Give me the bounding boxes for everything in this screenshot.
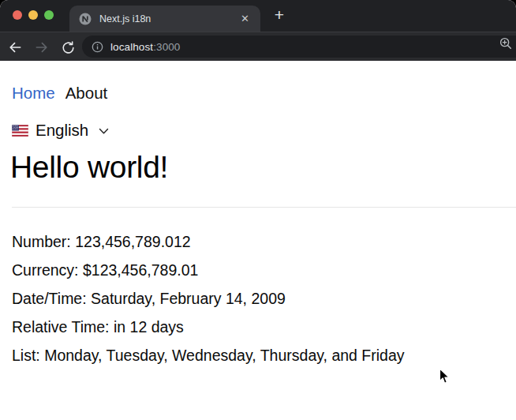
- language-selector[interactable]: English: [12, 121, 109, 140]
- tab-close-icon[interactable]: ✕: [239, 12, 251, 25]
- minimize-window-button[interactable]: [28, 10, 38, 20]
- browser-tab[interactable]: Next.js i18n ✕: [69, 6, 260, 32]
- tab-title: Next.js i18n: [99, 13, 239, 24]
- close-window-button[interactable]: [13, 10, 22, 20]
- browser-toolbar: localhost:3000: [0, 32, 516, 61]
- new-tab-button[interactable]: +: [269, 5, 290, 25]
- number-line: Number: 123,456,789.012: [12, 227, 504, 256]
- browser-window: Next.js i18n ✕ +: [0, 0, 516, 420]
- address-bar[interactable]: localhost:3000: [82, 36, 516, 58]
- nextjs-logo-icon: [79, 13, 92, 25]
- language-label: English: [36, 121, 88, 140]
- mouse-cursor: [439, 368, 451, 388]
- list-line: List: Monday, Tuesday, Wednesday, Thursd…: [12, 341, 504, 369]
- back-arrow-icon: [7, 39, 23, 55]
- reload-button[interactable]: [58, 38, 77, 57]
- page-title: Hello world!: [10, 150, 504, 185]
- formatted-values: Number: 123,456,789.012 Currency: $123,4…: [12, 227, 504, 369]
- url-port: :3000: [153, 41, 180, 53]
- us-flag-icon: [12, 125, 28, 137]
- zoom-magnifier-plus-icon: [499, 36, 513, 51]
- datetime-line: Date/Time: Saturday, February 14, 2009: [12, 284, 504, 313]
- reload-icon: [61, 40, 76, 55]
- page-content: Home About: [0, 61, 516, 420]
- currency-line: Currency: $123,456,789.01: [12, 256, 504, 284]
- zoom-window-button[interactable]: [44, 10, 54, 20]
- forward-arrow-icon: [34, 39, 50, 55]
- tab-strip: Next.js i18n ✕ +: [0, 0, 516, 32]
- nav-link-about[interactable]: About: [65, 84, 108, 103]
- back-button[interactable]: [6, 38, 24, 57]
- forward-button[interactable]: [32, 38, 51, 57]
- url-host: localhost: [110, 41, 153, 53]
- site-nav: Home About: [12, 84, 504, 103]
- page-zoom-button[interactable]: [499, 36, 513, 51]
- relative-time-line: Relative Time: in 12 days: [12, 313, 504, 341]
- url-text: localhost:3000: [110, 41, 180, 53]
- traffic-lights: [13, 10, 54, 20]
- nav-link-home[interactable]: Home: [12, 84, 55, 103]
- chevron-down-icon: [99, 128, 109, 135]
- divider: [12, 207, 516, 208]
- site-info-icon[interactable]: [92, 41, 103, 53]
